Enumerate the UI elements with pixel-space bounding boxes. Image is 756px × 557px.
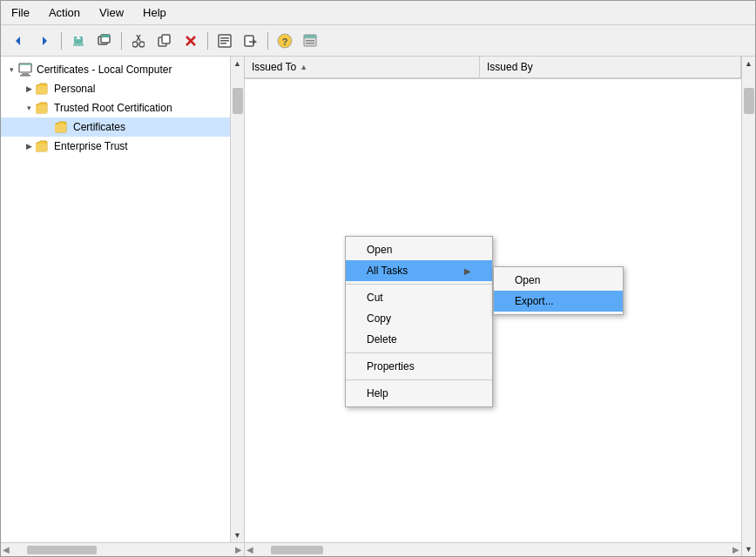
context-menu: Open All Tasks ▶ Cut Copy (345, 236, 493, 407)
separator-4 (267, 32, 268, 50)
right-scroll-up[interactable]: ▲ (742, 57, 755, 70)
ctx-sep-1 (346, 284, 492, 285)
col-headers: Issued To ▲ Issued By (245, 57, 741, 79)
ctx-open[interactable]: Open (346, 239, 492, 260)
menu-view[interactable]: View (94, 4, 129, 21)
svg-rect-7 (101, 35, 110, 37)
tree-content: ▾ Certificates - Local Computer (1, 57, 230, 542)
tree-item-trusted-root-label: Trusted Root Certification (54, 102, 172, 114)
menu-help[interactable]: Help (138, 4, 172, 21)
tree-item-certificates-label: Certificates (73, 121, 125, 133)
col-issued-to-label: Issued To (252, 61, 296, 73)
tree-root-label: Certificates - Local Computer (37, 64, 172, 76)
main-window: File Action View Help (0, 0, 756, 557)
delete-button[interactable] (179, 30, 203, 52)
copy-button[interactable] (152, 30, 177, 52)
ctx-all-tasks-arrow: ▶ (464, 266, 471, 276)
col-issued-by-label: Issued By (487, 61, 533, 73)
enterprise-trust-folder-icon (36, 138, 51, 154)
right-panel-wrapper: Issued To ▲ Issued By Open (245, 57, 755, 556)
svg-rect-17 (220, 37, 229, 39)
svg-rect-19 (220, 43, 226, 44)
personal-arrow: ▶ (22, 82, 36, 96)
new-window-button[interactable] (92, 30, 117, 52)
help-button[interactable]: ? (273, 30, 297, 52)
menubar: File Action View Help (1, 1, 755, 25)
svg-rect-32 (20, 75, 30, 77)
svg-rect-27 (306, 40, 314, 42)
tree-root-arrow: ▾ (4, 63, 18, 77)
svg-rect-28 (306, 43, 314, 44)
right-scroll-down[interactable]: ▼ (742, 542, 755, 556)
certificates-folder-icon (55, 119, 71, 135)
content-area: ▾ Certificates - Local Computer (1, 57, 755, 556)
col-issued-to[interactable]: Issued To ▲ (245, 57, 480, 77)
ctx-all-tasks[interactable]: All Tasks ▶ (346, 260, 492, 281)
tree-item-personal[interactable]: ▶ Personal (1, 79, 230, 98)
personal-folder-icon (36, 81, 51, 97)
svg-marker-0 (16, 37, 20, 45)
svg-point-11 (139, 42, 145, 47)
export-button[interactable] (239, 30, 263, 52)
menu-file[interactable]: File (6, 4, 35, 21)
tree-item-trusted-root[interactable]: ▾ Trusted Root Certification (1, 98, 230, 117)
svg-rect-13 (162, 35, 170, 44)
right-content[interactable]: Open All Tasks ▶ Cut Copy (245, 79, 741, 542)
svg-text:?: ? (282, 36, 288, 46)
col-sort-icon: ▲ (300, 63, 307, 71)
svg-rect-30 (19, 64, 31, 65)
back-button[interactable] (6, 30, 30, 52)
computer-icon (18, 62, 34, 77)
tree-hscroll-thumb (27, 546, 97, 554)
enterprise-trust-arrow: ▶ (22, 139, 36, 153)
ctx-sep-2 (346, 352, 492, 353)
svg-marker-1 (43, 37, 47, 45)
separator-2 (121, 32, 122, 50)
svg-rect-18 (220, 40, 229, 42)
right-hscroll-thumb (271, 546, 323, 554)
separator-1 (61, 32, 62, 50)
ctx-copy[interactable]: Copy (346, 308, 492, 329)
tree-item-enterprise-trust-label: Enterprise Trust (54, 140, 128, 152)
trusted-root-folder-icon (36, 100, 51, 116)
right-scroll-thumb[interactable] (744, 88, 754, 114)
svg-rect-31 (22, 73, 29, 75)
properties-button[interactable] (213, 30, 237, 52)
tree-panel: ▾ Certificates - Local Computer (1, 57, 245, 556)
tree-item-personal-label: Personal (54, 83, 95, 95)
tree-root[interactable]: ▾ Certificates - Local Computer (1, 60, 230, 79)
ctx-properties[interactable]: Properties (346, 356, 492, 377)
svg-rect-26 (304, 35, 316, 38)
submenu: Open Export... (493, 266, 624, 315)
submenu-open[interactable]: Open (494, 270, 623, 291)
ctx-delete[interactable]: Delete (346, 329, 492, 350)
tree-scroll-down[interactable]: ▼ (231, 528, 244, 542)
svg-rect-4 (73, 44, 84, 46)
tree-vscroll[interactable]: ▲ ▼ (230, 57, 244, 542)
ctx-help[interactable]: Help (346, 383, 492, 404)
certificates-arrow (46, 120, 55, 134)
tree-scroll-thumb[interactable] (233, 88, 243, 114)
cut-button[interactable] (126, 30, 151, 52)
toolbar: ? (1, 25, 755, 57)
ctx-sep-3 (346, 379, 492, 380)
right-vscroll[interactable]: ▲ ▼ (741, 57, 755, 556)
right-hscroll[interactable]: ◀ ▶ (245, 542, 741, 556)
separator-3 (207, 32, 208, 50)
submenu-export[interactable]: Export... (494, 291, 623, 312)
tree-item-enterprise-trust[interactable]: ▶ Enterprise Trust (1, 137, 230, 156)
svg-point-10 (132, 42, 138, 47)
menu-action[interactable]: Action (44, 4, 85, 21)
svg-rect-20 (245, 36, 253, 46)
tree-hscroll[interactable]: ◀ ▶ (1, 542, 244, 556)
col-issued-by[interactable]: Issued By (480, 57, 741, 77)
tree-scroll-up[interactable]: ▲ (231, 57, 244, 70)
forward-button[interactable] (32, 30, 57, 52)
right-panel: Issued To ▲ Issued By Open (245, 57, 741, 556)
trusted-root-arrow: ▾ (22, 101, 36, 115)
open-button[interactable] (299, 30, 323, 52)
tree-item-certificates[interactable]: Certificates (1, 117, 230, 137)
up-button[interactable] (66, 30, 91, 52)
ctx-cut[interactable]: Cut (346, 287, 492, 308)
